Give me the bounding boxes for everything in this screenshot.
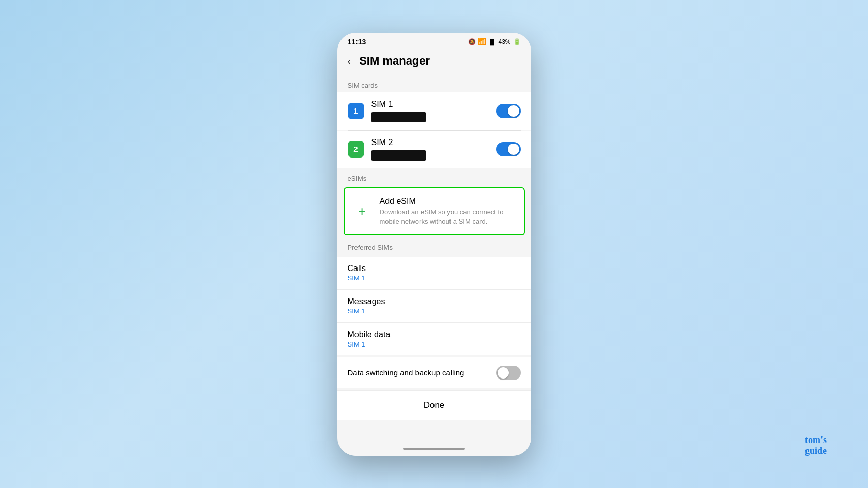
messages-value: SIM 1 xyxy=(348,307,521,315)
sim2-toggle[interactable] xyxy=(496,142,521,156)
toms-guide-line1: tom's xyxy=(805,435,827,445)
add-esim-row[interactable]: + Add eSIM Download an eSIM so you can c… xyxy=(344,187,525,235)
toms-guide-line2: guide xyxy=(805,446,827,456)
calls-label: Calls xyxy=(348,264,521,273)
sim2-info: SIM 2 xyxy=(371,138,489,161)
status-bar: 11:13 🔕 📶 ▐▌ 43% 🔋 xyxy=(337,33,531,49)
status-time: 11:13 xyxy=(348,38,366,46)
sim1-badge: 1 xyxy=(348,103,364,119)
esims-section-label: eSIMs xyxy=(337,168,531,185)
sim1-info: SIM 1 xyxy=(371,100,489,122)
messages-label: Messages xyxy=(348,297,521,306)
content-area: SIM cards 1 SIM 1 2 SIM 2 eSIMs xyxy=(337,75,531,444)
signal-icon: ▐▌ xyxy=(488,39,497,45)
phone-screen: 11:13 🔕 📶 ▐▌ 43% 🔋 ‹ SIM manager SIM car… xyxy=(337,33,531,456)
sim1-toggle[interactable] xyxy=(496,104,521,118)
data-switching-toggle[interactable] xyxy=(496,366,521,380)
preferred-sims-section: Calls SIM 1 Messages SIM 1 Mobile data S… xyxy=(337,257,531,355)
mobile-data-value: SIM 1 xyxy=(348,340,521,348)
esim-description: Download an eSIM so you can connect to m… xyxy=(380,208,516,226)
preferred-sims-section-label: Preferred SIMs xyxy=(337,238,531,255)
header: ‹ SIM manager xyxy=(337,49,531,75)
sim2-name: SIM 2 xyxy=(371,138,489,147)
sim1-row[interactable]: 1 SIM 1 xyxy=(337,92,531,130)
data-switching-label: Data switching and backup calling xyxy=(348,368,496,377)
mute-icon: 🔕 xyxy=(468,38,476,45)
sim2-badge: 2 xyxy=(348,141,364,158)
sim1-toggle-knob xyxy=(508,105,519,117)
data-switching-row[interactable]: Data switching and backup calling xyxy=(337,357,531,388)
page-title: SIM manager xyxy=(359,54,430,68)
wifi-icon: 📶 xyxy=(478,38,486,45)
esim-title: Add eSIM xyxy=(380,197,516,206)
calls-row[interactable]: Calls SIM 1 xyxy=(337,257,531,290)
sim2-toggle-knob xyxy=(508,144,519,155)
battery-icon: 🔋 xyxy=(513,38,521,45)
messages-row[interactable]: Messages SIM 1 xyxy=(337,290,531,323)
sim2-row[interactable]: 2 SIM 2 xyxy=(337,131,531,168)
back-button[interactable]: ‹ xyxy=(346,53,353,69)
done-button[interactable]: Done xyxy=(337,390,531,420)
mobile-data-label: Mobile data xyxy=(348,330,521,339)
home-bar xyxy=(403,448,465,450)
toms-guide-watermark: tom's guide xyxy=(805,435,827,457)
sim1-carrier-bar xyxy=(371,112,426,122)
battery-indicator: 43% xyxy=(498,38,510,45)
sim2-carrier-bar xyxy=(371,150,426,161)
esim-text-block: Add eSIM Download an eSIM so you can con… xyxy=(380,197,516,226)
sim-cards-section-label: SIM cards xyxy=(337,75,531,92)
sim1-name: SIM 1 xyxy=(371,100,489,109)
data-switching-knob xyxy=(498,367,509,379)
esim-plus-icon: + xyxy=(353,202,371,221)
mobile-data-row[interactable]: Mobile data SIM 1 xyxy=(337,323,531,355)
status-icons: 🔕 📶 ▐▌ 43% 🔋 xyxy=(468,38,521,45)
calls-value: SIM 1 xyxy=(348,274,521,282)
home-indicator xyxy=(337,444,531,456)
